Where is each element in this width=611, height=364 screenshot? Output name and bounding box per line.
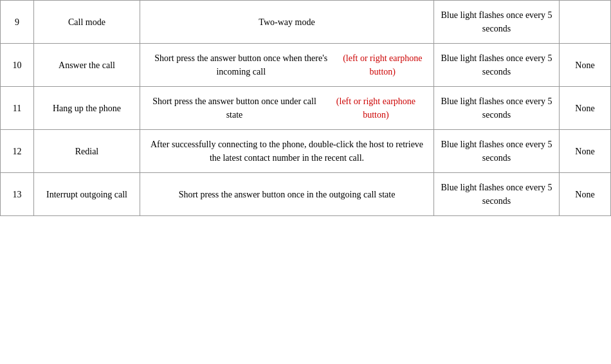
cell-sound-empty <box>560 1 611 43</box>
table-row: 13Interrupt outgoing callShort press the… <box>1 173 611 216</box>
cell-function: Call mode <box>34 1 140 43</box>
cell-indicator: Blue light flashes once every 5 seconds <box>434 173 560 215</box>
table-row: 10Answer the callShort press the answer … <box>1 44 611 87</box>
cell-description: Two-way mode <box>140 1 434 43</box>
cell-sound: None <box>560 44 611 86</box>
cell-function: Hang up the phone <box>34 87 140 129</box>
table-row: 12RedialAfter successfully connecting to… <box>1 130 611 173</box>
cell-number: 10 <box>1 44 34 86</box>
main-table: 9Call modeTwo-way modeBlue light flashes… <box>0 0 611 216</box>
cell-indicator: Blue light flashes once every 5 seconds <box>434 44 560 86</box>
cell-number: 12 <box>1 130 34 172</box>
cell-number: 9 <box>1 1 34 43</box>
table-row: 11Hang up the phoneShort press the answe… <box>1 87 611 130</box>
cell-function: Answer the call <box>34 44 140 86</box>
cell-indicator: Blue light flashes once every 5 seconds <box>434 1 560 43</box>
cell-number: 11 <box>1 87 34 129</box>
cell-function: Redial <box>34 130 140 172</box>
cell-indicator: Blue light flashes once every 5 seconds <box>434 87 560 129</box>
cell-indicator: Blue light flashes once every 5 seconds <box>434 130 560 172</box>
cell-description: Short press the answer button once in th… <box>140 173 434 215</box>
cell-sound: None <box>560 87 611 129</box>
cell-sound: None <box>560 173 611 215</box>
cell-description: Short press the answer button once when … <box>140 44 434 86</box>
cell-sound: None <box>560 130 611 172</box>
cell-function: Interrupt outgoing call <box>34 173 140 215</box>
cell-description: Short press the answer button once under… <box>140 87 434 129</box>
cell-description: After successfully connecting to the pho… <box>140 130 434 172</box>
cell-number: 13 <box>1 173 34 215</box>
table-row: 9Call modeTwo-way modeBlue light flashes… <box>1 1 611 44</box>
